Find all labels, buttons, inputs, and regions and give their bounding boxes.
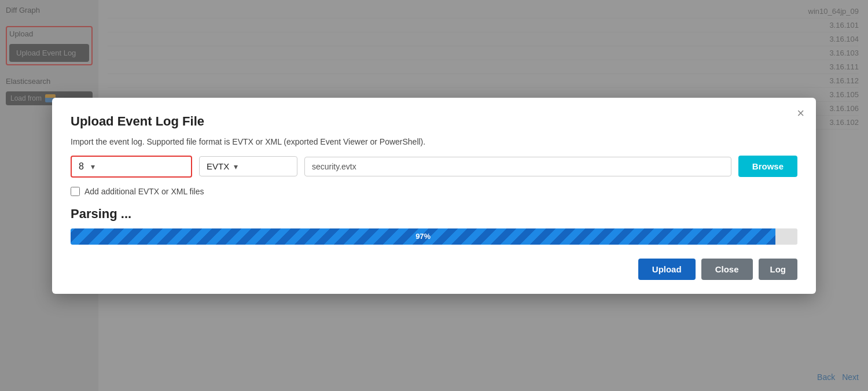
browse-button[interactable]: Browse <box>738 156 797 177</box>
upload-dialog: × Upload Event Log File Import the event… <box>52 98 816 294</box>
file-input[interactable] <box>304 157 731 176</box>
progress-bar-container: 97% <box>71 228 797 245</box>
channel-dropdown[interactable]: 8 ▾ <box>71 156 192 178</box>
modal-description: Import the event log. Supported file for… <box>71 137 797 146</box>
log-button[interactable]: Log <box>759 259 798 280</box>
channel-value: 8 <box>79 161 84 172</box>
modal-footer: Upload Close Log <box>71 259 797 280</box>
modal-overlay: × Upload Event Log File Import the event… <box>0 0 868 391</box>
progress-label: 97% <box>415 232 431 241</box>
additional-files-checkbox[interactable] <box>71 187 80 196</box>
upload-button[interactable]: Upload <box>638 259 696 280</box>
format-value: EVTX <box>207 161 229 171</box>
modal-close-button[interactable]: × <box>797 107 804 120</box>
checkbox-label: Add additional EVTX or XML files <box>84 187 204 196</box>
format-dropdown[interactable]: EVTX ▾ <box>199 156 297 176</box>
modal-title: Upload Event Log File <box>71 114 797 129</box>
parsing-title: Parsing ... <box>71 206 797 222</box>
chevron-down-icon: ▾ <box>234 162 238 171</box>
chevron-down-icon: ▾ <box>91 162 95 171</box>
controls-row: 8 ▾ EVTX ▾ Browse <box>71 156 797 178</box>
close-button[interactable]: Close <box>701 259 753 280</box>
checkbox-row: Add additional EVTX or XML files <box>71 187 797 196</box>
progress-fill: 97% <box>71 228 775 245</box>
